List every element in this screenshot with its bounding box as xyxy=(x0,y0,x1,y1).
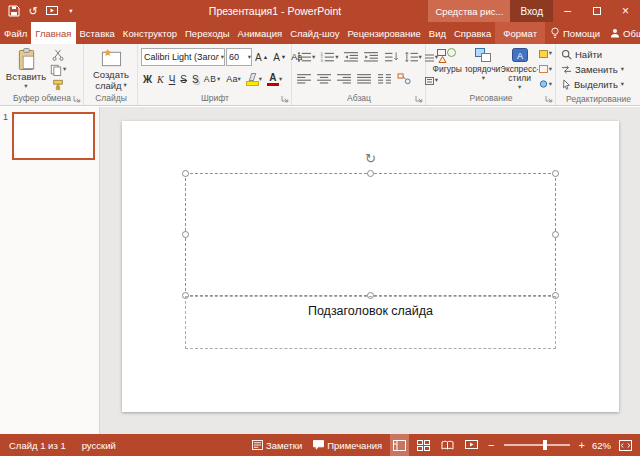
notes-toggle-button[interactable]: Заметки xyxy=(249,434,305,456)
resize-handle-top-right[interactable] xyxy=(552,170,559,177)
main-area: 1 ↻ Подзаголовок слайда xyxy=(0,107,640,434)
format-painter-button[interactable] xyxy=(49,77,67,92)
decrease-indent-icon xyxy=(344,51,359,63)
columns-button[interactable] xyxy=(375,70,394,88)
strikethrough-button[interactable]: S xyxy=(178,70,189,88)
copy-button[interactable]: ▾ xyxy=(49,62,67,77)
arrange-button[interactable]: Упорядочить ▾ xyxy=(465,46,501,92)
close-button[interactable]: × xyxy=(611,0,640,22)
tab-slideshow[interactable]: Слайд-шоу xyxy=(286,22,343,44)
change-case-button[interactable]: Аа▾ xyxy=(224,70,242,88)
align-right-button[interactable] xyxy=(335,70,354,88)
tab-insert[interactable]: Вставка xyxy=(76,22,119,44)
text-shadow-button[interactable]: S xyxy=(190,70,201,88)
quick-styles-button[interactable]: А Экспресс-стили ▾ xyxy=(502,46,538,92)
normal-view-icon xyxy=(393,440,406,451)
save-button[interactable] xyxy=(7,3,21,19)
align-center-button[interactable] xyxy=(315,70,334,88)
tab-view[interactable]: Вид xyxy=(425,22,450,44)
resize-handle-middle-right[interactable] xyxy=(552,231,559,238)
maximize-button[interactable] xyxy=(582,0,611,22)
italic-button[interactable]: К xyxy=(155,70,166,88)
grow-font-button[interactable]: А▲ xyxy=(253,48,270,66)
slide-surface[interactable]: ↻ Подзаголовок слайда xyxy=(122,121,619,412)
line-spacing-button[interactable]: ▾ xyxy=(402,48,424,66)
slide-thumbnail-panel: 1 xyxy=(0,107,100,434)
underline-button[interactable]: Ч xyxy=(167,70,178,88)
customize-qat-button[interactable]: ▾ xyxy=(64,3,78,19)
title-placeholder[interactable]: ↻ xyxy=(185,173,556,296)
minimize-button[interactable]: – xyxy=(553,0,582,22)
comments-toggle-button[interactable]: Примечания xyxy=(310,434,385,456)
zoom-out-button[interactable]: − xyxy=(486,439,496,451)
subtitle-placeholder[interactable]: Подзаголовок слайда xyxy=(185,296,556,349)
increase-indent-button[interactable] xyxy=(362,48,381,66)
font-dialog-launcher[interactable] xyxy=(280,94,290,104)
drawing-dialog-launcher[interactable] xyxy=(544,94,554,104)
start-slideshow-button[interactable] xyxy=(45,3,59,19)
font-name-combobox[interactable]: ▾ xyxy=(141,48,225,66)
slideshow-view-button[interactable] xyxy=(462,434,481,456)
align-left-button[interactable] xyxy=(295,70,314,88)
statusbar-right: Заметки Примечания xyxy=(249,434,640,456)
find-button[interactable]: Найти xyxy=(559,47,638,62)
zoom-slider[interactable] xyxy=(504,444,570,446)
fit-slide-button[interactable] xyxy=(616,434,635,456)
resize-handle-middle-left[interactable] xyxy=(182,231,189,238)
zoom-level[interactable]: 62% xyxy=(592,440,611,451)
cut-button[interactable] xyxy=(49,47,67,62)
align-center-icon xyxy=(317,73,332,85)
new-slide-button[interactable]: Создать слайд ▾ xyxy=(87,46,135,92)
font-size-combobox[interactable]: ▾ xyxy=(226,48,252,66)
sign-in-button[interactable]: Вход xyxy=(510,0,553,22)
select-button[interactable]: Выделить ▾ xyxy=(559,77,638,92)
tab-transitions[interactable]: Переходы xyxy=(181,22,234,44)
justify-button[interactable] xyxy=(355,70,374,88)
chevron-down-icon: ▾ xyxy=(248,54,251,61)
convert-smartart-button[interactable] xyxy=(395,70,414,88)
rotate-handle-icon[interactable]: ↻ xyxy=(365,152,376,165)
numbering-button[interactable]: 123 ▾ xyxy=(318,48,340,66)
shape-outline-button[interactable]: ▾ xyxy=(538,62,553,75)
tab-home[interactable]: Главная xyxy=(31,22,75,44)
undo-button[interactable]: ↺ xyxy=(26,3,40,19)
bold-button[interactable]: Ж xyxy=(141,70,154,88)
language-button[interactable]: русский xyxy=(82,440,116,451)
replace-icon xyxy=(561,64,572,75)
replace-button[interactable]: Заменить ▾ xyxy=(559,62,638,77)
shape-fill-button[interactable]: ▾ xyxy=(538,47,553,60)
chevron-down-icon: ▾ xyxy=(518,84,521,91)
font-color-button[interactable]: А▾ xyxy=(265,70,284,88)
tab-review[interactable]: Рецензирование xyxy=(343,22,424,44)
shrink-font-button[interactable]: А▼ xyxy=(271,48,288,66)
font-name-input[interactable] xyxy=(142,49,221,65)
slide-sorter-view-button[interactable] xyxy=(414,434,433,456)
shapes-button[interactable]: Фигуры xyxy=(429,46,465,92)
share-button[interactable]: Общий доступ xyxy=(605,28,640,39)
resize-handle-top-middle[interactable] xyxy=(367,170,374,177)
tab-help[interactable]: Справка xyxy=(450,22,495,44)
decrease-indent-button[interactable] xyxy=(342,48,361,66)
shape-effects-button[interactable]: ▾ xyxy=(538,78,553,91)
tab-animations[interactable]: Анимация xyxy=(234,22,287,44)
text-direction-button[interactable] xyxy=(382,48,401,66)
zoom-in-button[interactable]: + xyxy=(577,439,587,451)
bullets-button[interactable]: ▾ xyxy=(295,48,317,66)
normal-view-button[interactable] xyxy=(390,434,409,456)
highlight-color-button[interactable]: ▾ xyxy=(244,70,264,88)
character-spacing-button[interactable]: АВ▾ xyxy=(202,70,224,88)
bullets-icon xyxy=(297,51,312,63)
tab-file[interactable]: Файл xyxy=(0,22,31,44)
slide-thumbnail[interactable] xyxy=(12,112,95,160)
reading-view-button[interactable] xyxy=(438,434,457,456)
paragraph-dialog-launcher[interactable] xyxy=(414,94,424,104)
paste-button[interactable]: Вставить ▾ xyxy=(3,46,49,92)
font-size-input[interactable] xyxy=(227,49,248,65)
tell-me-button[interactable]: Помощи xyxy=(545,27,605,39)
zoom-slider-thumb[interactable] xyxy=(543,440,547,450)
tab-format[interactable]: Формат xyxy=(495,22,545,44)
undo-icon: ↺ xyxy=(28,6,37,17)
resize-handle-top-left[interactable] xyxy=(182,170,189,177)
clipboard-dialog-launcher[interactable] xyxy=(72,94,82,104)
tab-design[interactable]: Конструктор xyxy=(119,22,181,44)
